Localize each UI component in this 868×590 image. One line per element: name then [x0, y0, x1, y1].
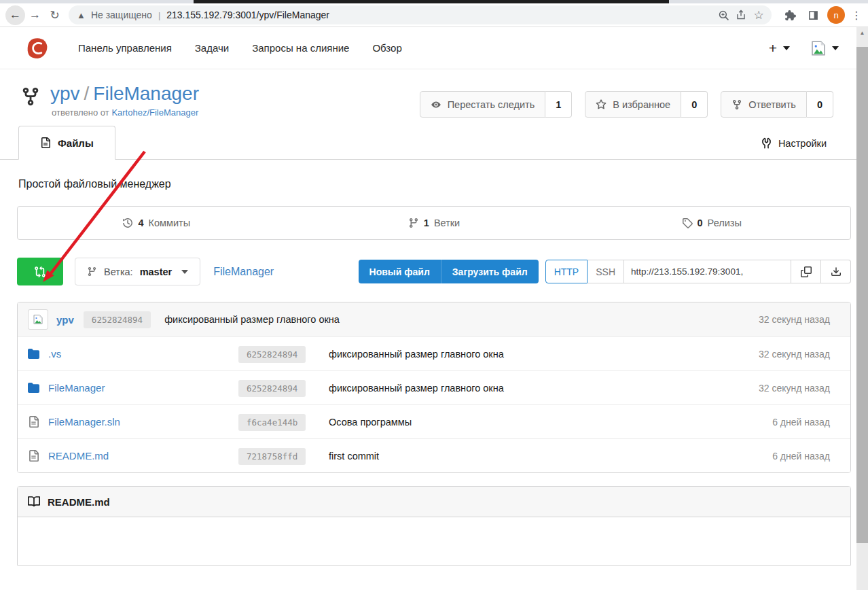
nav-pull-requests[interactable]: Запросы на слияние	[240, 42, 361, 54]
commit-time: 6 дней назад	[772, 451, 830, 462]
chevron-down-icon	[783, 46, 790, 50]
commit-message: first commit	[329, 451, 379, 462]
file-name-link[interactable]: .vs	[48, 348, 61, 360]
commit-message: фиксированный размер главного окна	[329, 349, 504, 360]
branch-name: master	[140, 266, 173, 277]
branches-stat[interactable]: 1 Ветки	[295, 207, 573, 239]
star-button[interactable]: В избранное	[585, 91, 681, 118]
table-row: README.md 7218758ffd first commit 6 дней…	[18, 438, 850, 472]
file-name-link[interactable]: FileManager.sln	[48, 416, 120, 428]
create-new-menu[interactable]: +	[769, 40, 790, 56]
fork-button-group: Ответвить 0	[721, 91, 833, 118]
new-file-button[interactable]: Новый файл	[359, 260, 441, 283]
side-panel-icon[interactable]	[804, 6, 822, 24]
unwatch-button[interactable]: Перестать следить	[420, 91, 546, 118]
browser-menu-icon[interactable]: ⋮	[850, 9, 863, 22]
address-bar[interactable]: ▲ Не защищено | 213.155.192.79:3001/ypv/…	[69, 5, 772, 24]
unwatch-label: Перестать следить	[448, 99, 535, 110]
ssh-toggle[interactable]: SSH	[587, 260, 624, 283]
tab-files-label: Файлы	[58, 137, 94, 149]
forks-count[interactable]: 0	[807, 91, 833, 118]
commits-count: 4	[138, 218, 143, 228]
chevron-down-icon	[181, 270, 188, 274]
download-archive-button[interactable]	[821, 260, 851, 283]
branch-selector[interactable]: Ветка: master	[75, 258, 200, 285]
commits-stat[interactable]: 4 Коммиты	[18, 207, 295, 239]
commit-time: 32 секунд назад	[759, 314, 830, 325]
commit-message: Осова программы	[329, 417, 412, 428]
user-menu[interactable]	[810, 40, 839, 56]
compare-button[interactable]	[17, 258, 63, 285]
scrollbar-thumb[interactable]	[856, 47, 868, 543]
folder-icon	[28, 382, 39, 394]
nav-explore[interactable]: Обзор	[361, 42, 413, 54]
zoom-icon[interactable]	[715, 6, 732, 24]
git-compare-icon	[34, 266, 46, 278]
browser-profile-avatar[interactable]: n	[827, 6, 845, 24]
plus-icon: +	[769, 40, 777, 56]
broken-image-icon	[33, 314, 43, 325]
folder-icon	[28, 348, 39, 360]
star-label: В избранное	[613, 99, 670, 110]
commit-author-link[interactable]: ypv	[56, 314, 74, 326]
fork-parent-link[interactable]: Kartohez/FileManager	[111, 107, 198, 118]
watchers-count[interactable]: 1	[545, 91, 572, 118]
table-row: .vs 6252824894 фиксированный размер глав…	[18, 336, 850, 370]
file-name-link[interactable]: README.md	[48, 450, 109, 462]
tab-settings[interactable]: Настройки	[761, 137, 827, 149]
nav-dashboard[interactable]: Панель управления	[67, 42, 183, 54]
broken-avatar-icon	[810, 40, 827, 56]
branch-selector-label: Ветка:	[104, 266, 133, 277]
browser-reload-button[interactable]: ↻	[45, 5, 65, 25]
browser-toolbar: ← → ↻ ▲ Не защищено | 213.155.192.79:300…	[0, 3, 868, 27]
copy-icon	[801, 266, 812, 277]
commit-message: фиксированный размер главного окна	[164, 314, 340, 325]
breadcrumb-repo-link[interactable]: FileManager	[213, 266, 274, 278]
commit-message: фиксированный размер главного окна	[329, 383, 504, 394]
repo-owner-link[interactable]: ypv	[50, 83, 80, 104]
tab-settings-label: Настройки	[778, 138, 827, 149]
share-icon[interactable]	[732, 6, 750, 24]
releases-stat[interactable]: 0 Релизы	[573, 207, 850, 239]
eye-icon	[431, 99, 441, 110]
scroll-up-button[interactable]: ▲	[856, 27, 868, 38]
page-scrollbar[interactable]: ▲	[856, 27, 868, 590]
commit-author-avatar	[28, 309, 48, 330]
warning-icon: ▲	[77, 10, 86, 20]
chevron-down-icon	[832, 46, 839, 50]
security-label: Не защищено	[91, 10, 152, 20]
fork-button[interactable]: Ответвить	[721, 91, 807, 118]
wrench-icon	[761, 137, 772, 149]
readme-panel: README.md	[17, 486, 851, 566]
stars-count[interactable]: 0	[681, 91, 708, 118]
repo-name-link[interactable]: FileManager	[93, 83, 199, 104]
file-icon	[40, 137, 51, 148]
http-toggle[interactable]: HTTP	[545, 260, 588, 283]
file-name-link[interactable]: FileManager	[48, 382, 105, 394]
extensions-icon[interactable]	[781, 6, 799, 24]
bookmark-star-icon[interactable]: ☆	[750, 6, 767, 24]
tag-icon	[682, 218, 693, 228]
watch-button-group: Перестать следить 1	[420, 91, 573, 118]
commit-hash-badge[interactable]: f6ca4e144b	[238, 414, 306, 431]
browser-forward-button[interactable]: →	[25, 5, 45, 25]
gitea-logo[interactable]	[26, 37, 49, 60]
commit-hash-badge[interactable]: 6252824894	[238, 380, 306, 397]
title-separator: /	[84, 83, 90, 104]
copy-clone-url-button[interactable]	[791, 260, 821, 283]
repo-fork-icon	[20, 86, 41, 107]
history-icon	[122, 218, 133, 228]
repo-description: Простой файловый менеджер	[18, 178, 851, 190]
upload-file-button[interactable]: Загрузить файл	[441, 260, 539, 283]
commit-hash-badge[interactable]: 7218758ffd	[238, 448, 306, 465]
tab-files[interactable]: Файлы	[18, 126, 115, 160]
commit-hash-badge[interactable]: 6252824894	[238, 346, 306, 363]
commit-time: 32 секунд назад	[759, 349, 830, 360]
repo-header: ypv/FileManager ответвлено от Kartohez/F…	[0, 69, 856, 124]
browser-back-button[interactable]: ←	[5, 5, 25, 25]
nav-issues[interactable]: Задачи	[183, 42, 240, 54]
commit-hash-badge[interactable]: 6252824894	[84, 311, 151, 328]
clone-url-input[interactable]	[624, 260, 791, 283]
window-top-strip	[0, 0, 868, 3]
table-row: FileManager 6252824894 фиксированный раз…	[18, 370, 850, 404]
